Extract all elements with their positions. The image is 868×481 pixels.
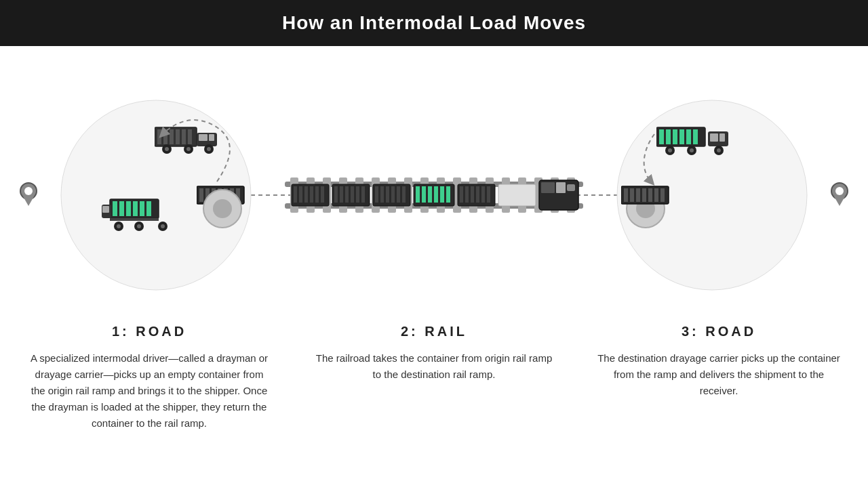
svg-rect-93 <box>422 186 426 203</box>
svg-rect-74 <box>310 186 313 203</box>
svg-rect-101 <box>471 186 474 203</box>
svg-rect-97 <box>446 186 450 203</box>
svg-rect-87 <box>386 186 389 203</box>
right-dashed-arc <box>610 93 814 297</box>
svg-rect-102 <box>476 186 479 203</box>
svg-rect-90 <box>402 186 406 203</box>
main-content: 1: ROAD A specialized intermodal driver—… <box>0 46 868 480</box>
svg-rect-76 <box>321 186 324 203</box>
svg-rect-82 <box>356 186 359 203</box>
rail-track-svg <box>285 161 583 229</box>
section-rail-body: The railroad takes the container from or… <box>312 350 556 383</box>
svg-marker-2 <box>23 196 34 206</box>
svg-rect-100 <box>465 186 469 203</box>
left-circle-zone <box>54 93 258 297</box>
svg-marker-5 <box>834 196 845 206</box>
svg-rect-99 <box>460 186 463 203</box>
section-road3: 3: ROAD The destination drayage carrier … <box>597 324 841 432</box>
svg-rect-95 <box>434 186 438 203</box>
svg-rect-81 <box>351 186 354 203</box>
section-rail: 2: RAIL The railroad takes the container… <box>312 324 556 432</box>
diagram-row <box>0 53 868 337</box>
origin-pin <box>19 182 38 209</box>
section-road1-body: A specialized intermodal driver—called a… <box>27 350 271 432</box>
svg-rect-83 <box>361 186 365 203</box>
svg-rect-89 <box>397 186 400 203</box>
svg-rect-73 <box>304 186 308 203</box>
svg-rect-105 <box>498 184 536 206</box>
text-row: 1: ROAD A specialized intermodal driver—… <box>0 324 868 432</box>
svg-rect-103 <box>481 186 485 203</box>
svg-rect-107 <box>541 182 555 193</box>
destination-pin <box>830 182 849 209</box>
svg-rect-109 <box>567 184 575 191</box>
svg-rect-78 <box>334 186 338 203</box>
svg-rect-92 <box>416 186 420 203</box>
svg-rect-88 <box>391 186 395 203</box>
svg-point-48 <box>213 199 232 218</box>
svg-rect-75 <box>315 186 319 203</box>
svg-rect-108 <box>556 182 566 193</box>
header: How an Intermodal Load Moves <box>0 0 868 46</box>
section-road1: 1: ROAD A specialized intermodal driver—… <box>27 324 271 432</box>
section-road3-body: The destination drayage carrier picks up… <box>597 350 841 399</box>
svg-rect-86 <box>380 186 384 203</box>
svg-rect-80 <box>345 186 349 203</box>
svg-rect-104 <box>487 186 490 203</box>
svg-rect-71 <box>294 186 297 203</box>
svg-rect-85 <box>375 186 378 203</box>
ramp-circle-left <box>189 175 256 232</box>
svg-rect-79 <box>340 186 343 203</box>
page-title: How an Intermodal Load Moves <box>0 12 868 34</box>
svg-point-4 <box>835 187 844 195</box>
right-circle-zone <box>610 93 814 297</box>
rail-section <box>285 93 583 297</box>
svg-rect-94 <box>428 186 432 203</box>
svg-rect-96 <box>440 186 444 203</box>
svg-point-1 <box>24 187 33 195</box>
svg-rect-72 <box>299 186 302 203</box>
